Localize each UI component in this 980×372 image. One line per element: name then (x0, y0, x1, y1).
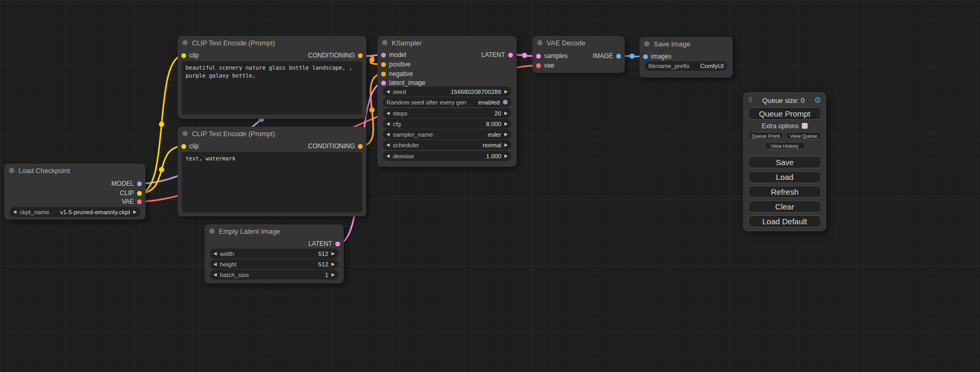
decrement-arrow-icon[interactable]: ◀ (214, 273, 217, 277)
refresh-button[interactable]: Refresh (748, 186, 821, 198)
slot-row: vae (532, 61, 625, 70)
load-checkpoint-output-model-dot[interactable] (137, 182, 142, 186)
node-header[interactable]: Save Image (639, 37, 733, 51)
batch-size-widget[interactable]: ◀ batch_size 1 ▶ (210, 270, 338, 280)
save-image-input-images-dot[interactable] (643, 54, 648, 59)
height-widget[interactable]: ◀ height 512 ▶ (210, 259, 338, 269)
cfg-widget[interactable]: ◀ cfg 8.000 ▶ (383, 119, 511, 129)
collapse-dot-icon[interactable] (182, 40, 188, 45)
increment-arrow-icon[interactable]: ▶ (504, 111, 508, 116)
prompt-textarea[interactable]: beautiful scenery nature glass bottle la… (182, 61, 362, 115)
clip-negative-input-clip-dot[interactable] (181, 144, 186, 149)
decrement-arrow-icon[interactable]: ◀ (386, 132, 390, 137)
ksampler-output-latent-dot[interactable] (508, 53, 513, 58)
increment-arrow-icon[interactable]: ▶ (133, 210, 137, 214)
increment-arrow-icon[interactable]: ▶ (332, 273, 335, 277)
node-header[interactable]: Empty Latent Image (205, 224, 344, 238)
vae-decode-input-vae-dot[interactable] (536, 63, 541, 68)
clip-positive-input-clip-dot[interactable] (181, 53, 186, 58)
decrement-arrow-icon[interactable]: ◀ (386, 111, 390, 116)
collapse-dot-icon[interactable] (644, 41, 649, 46)
node-header[interactable]: CLIP Text Encode (Prompt) (178, 127, 366, 140)
widget-value: 512 (240, 261, 328, 268)
node-clip-text-encode-negative[interactable]: CLIP Text Encode (Prompt) clip CONDITION… (178, 127, 366, 216)
widget-label: scheduler (393, 142, 419, 148)
load-checkpoint-output-clip-dot[interactable] (137, 191, 142, 196)
increment-arrow-icon[interactable]: ▶ (504, 122, 508, 126)
filename-prefix-widget[interactable]: filename_prefix ComfyUI (645, 61, 727, 71)
gear-icon[interactable]: ⚙ (814, 96, 821, 105)
collapse-dot-icon[interactable] (209, 228, 215, 234)
increment-arrow-icon[interactable]: ▶ (332, 262, 335, 266)
widget-value: ComfyUI (693, 63, 724, 69)
decrement-arrow-icon[interactable]: ◀ (386, 143, 390, 147)
slot-label: LATENT (308, 240, 332, 247)
view-history-button[interactable]: View History (764, 142, 806, 149)
node-ksampler[interactable]: KSampler model LATENT positive negative (377, 36, 517, 167)
load-default-button[interactable]: Load Default (748, 215, 821, 227)
node-vae-decode[interactable]: VAE Decode samples IMAGE vae (532, 36, 625, 73)
increment-arrow-icon[interactable]: ▶ (504, 154, 508, 158)
slot-label: CONDITIONING (308, 142, 355, 150)
extra-options-checkbox[interactable] (802, 123, 808, 129)
ksampler-input-positive-dot[interactable] (381, 62, 386, 67)
ksampler-input-model-dot[interactable] (381, 53, 386, 58)
collapse-dot-icon[interactable] (537, 40, 542, 45)
node-header[interactable]: CLIP Text Encode (Prompt) (178, 36, 366, 50)
decrement-arrow-icon[interactable]: ◀ (386, 122, 390, 126)
save-button[interactable]: Save (748, 156, 821, 168)
decrement-arrow-icon[interactable]: ◀ (386, 90, 390, 94)
node-empty-latent-image[interactable]: Empty Latent Image LATENT ◀ width 512 ▶ … (205, 224, 344, 283)
queue-small-buttons-row: Queue Front View Queue (748, 132, 821, 139)
widget-value: normal (422, 142, 501, 148)
node-clip-text-encode-positive[interactable]: CLIP Text Encode (Prompt) clip CONDITION… (178, 36, 366, 119)
widget-label: denoise (393, 153, 414, 159)
collapse-dot-icon[interactable] (9, 168, 14, 173)
clear-button[interactable]: Clear (748, 201, 821, 213)
vae-decode-input-samples-dot[interactable] (536, 54, 541, 59)
decrement-arrow-icon[interactable]: ◀ (386, 154, 390, 158)
node-header[interactable]: KSampler (377, 36, 517, 50)
slot-row: model LATENT (377, 51, 517, 59)
slot-label: VAE (122, 198, 134, 205)
node-canvas[interactable]: Load Checkpoint MODEL CLIP VAE ◀ ckpt_na… (0, 0, 980, 372)
increment-arrow-icon[interactable]: ▶ (504, 143, 508, 147)
queue-prompt-button[interactable]: Queue Prompt (748, 107, 821, 120)
decrement-arrow-icon[interactable]: ◀ (13, 210, 16, 214)
widget-label: steps (393, 110, 407, 117)
increment-arrow-icon[interactable]: ▶ (504, 90, 508, 94)
node-header[interactable]: VAE Decode (532, 36, 625, 50)
slot-label: IMAGE (593, 52, 613, 60)
node-save-image[interactable]: Save Image images filename_prefix ComfyU… (639, 37, 733, 78)
prompt-textarea[interactable]: text, watermark (182, 152, 362, 212)
increment-arrow-icon[interactable]: ▶ (332, 252, 335, 256)
queue-panel: ⠿ Queue size: 0 ⚙ Queue Prompt Extra opt… (743, 92, 826, 231)
vae-decode-output-image-dot[interactable] (616, 54, 621, 59)
ckpt-name-widget[interactable]: ◀ ckpt_name v1-5-pruned-emaonly.ckpt ▶ (9, 207, 140, 217)
node-load-checkpoint[interactable]: Load Checkpoint MODEL CLIP VAE ◀ ckpt_na… (4, 164, 145, 220)
random-seed-toggle[interactable]: Random seed after every gen enabled (383, 97, 511, 107)
empty-latent-output-latent-dot[interactable] (335, 242, 340, 246)
ksampler-input-negative-dot[interactable] (381, 72, 386, 77)
clip-positive-output-conditioning-dot[interactable] (358, 53, 363, 58)
decrement-arrow-icon[interactable]: ◀ (214, 252, 217, 256)
seed-widget[interactable]: ◀ seed 156680208700286 ▶ (383, 87, 511, 97)
denoise-widget[interactable]: ◀ denoise 1.000 ▶ (383, 151, 511, 161)
collapse-dot-icon[interactable] (182, 131, 188, 136)
drag-handle-icon[interactable]: ⠿ (748, 97, 753, 104)
increment-arrow-icon[interactable]: ▶ (504, 132, 508, 137)
clip-negative-output-conditioning-dot[interactable] (358, 144, 363, 149)
sampler-name-widget[interactable]: ◀ sampler_name euler ▶ (383, 129, 511, 139)
node-header[interactable]: Load Checkpoint (4, 164, 145, 177)
toggle-dot-icon[interactable] (503, 100, 508, 104)
width-widget[interactable]: ◀ width 512 ▶ (210, 249, 338, 259)
scheduler-widget[interactable]: ◀ scheduler normal ▶ (383, 140, 511, 150)
view-queue-button[interactable]: View Queue (786, 132, 821, 139)
queue-front-button[interactable]: Queue Front (748, 132, 783, 139)
load-checkpoint-output-vae-dot[interactable] (137, 199, 142, 204)
load-button[interactable]: Load (748, 171, 821, 183)
collapse-dot-icon[interactable] (382, 40, 387, 45)
decrement-arrow-icon[interactable]: ◀ (214, 262, 217, 266)
steps-widget[interactable]: ◀ steps 20 ▶ (383, 108, 511, 118)
ksampler-input-latent-image-dot[interactable] (381, 81, 386, 85)
